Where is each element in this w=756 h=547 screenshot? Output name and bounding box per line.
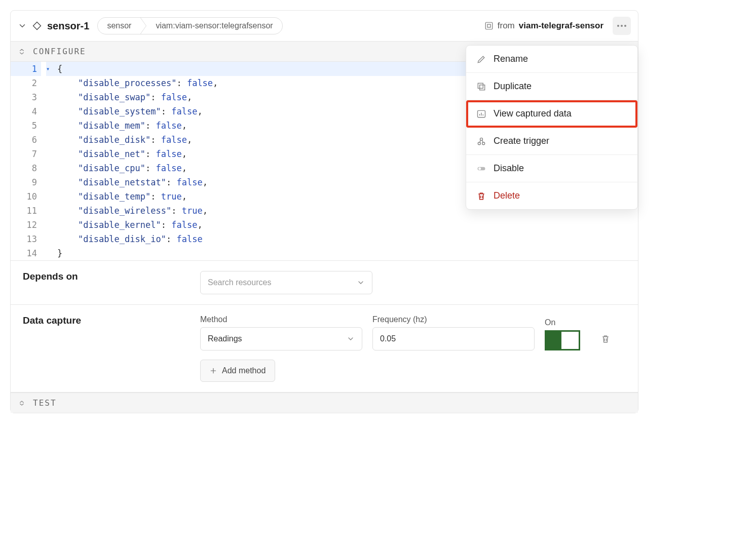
breadcrumb-divider: [140, 17, 146, 34]
svg-rect-1: [487, 24, 490, 27]
method-select[interactable]: Readings: [200, 327, 362, 350]
svg-point-4: [624, 25, 626, 27]
frequency-value: 0.05: [380, 334, 396, 343]
panel-header: sensor-1 sensor viam:viam-sensor:telegra…: [11, 11, 638, 41]
plus-icon: [210, 367, 217, 374]
module-icon: [484, 21, 494, 30]
depends-on-search[interactable]: Search resources: [200, 271, 372, 294]
menu-item-rename[interactable]: Rename: [466, 46, 637, 73]
svg-point-8: [478, 142, 480, 144]
component-icon: [32, 21, 42, 31]
method-value: Readings: [208, 334, 242, 343]
add-method-label: Add method: [222, 366, 266, 375]
expand-icon: [18, 399, 26, 407]
test-label: TEST: [33, 398, 57, 408]
depends-on-label: Depends on: [23, 271, 180, 294]
from-label: from: [498, 21, 515, 31]
svg-rect-5: [478, 83, 483, 88]
method-label: Method: [200, 315, 362, 324]
test-section-header[interactable]: TEST: [11, 393, 638, 413]
menu-item-duplicate[interactable]: Duplicate: [466, 73, 637, 100]
menu-label: Create trigger: [494, 136, 549, 146]
menu-label: Duplicate: [494, 81, 532, 92]
capture-toggle[interactable]: [545, 330, 580, 350]
pencil-icon: [476, 54, 486, 64]
menu-item-view-data[interactable]: View captured data: [466, 100, 637, 128]
svg-rect-0: [485, 22, 493, 29]
more-button[interactable]: [613, 17, 631, 35]
toggle-off-icon: [476, 164, 486, 174]
more-horizontal-icon: [617, 24, 627, 27]
trash-icon: [476, 191, 486, 201]
svg-point-2: [617, 25, 619, 27]
menu-label: Rename: [494, 54, 528, 64]
chevron-down-icon[interactable]: [18, 21, 27, 30]
depends-on-section: Depends on Search resources: [11, 261, 638, 305]
chevron-down-icon: [357, 279, 365, 287]
breadcrumb-model: viam:viam-sensor:telegrafsensor: [146, 18, 282, 34]
menu-label: View captured data: [494, 108, 572, 119]
frequency-input[interactable]: 0.05: [372, 327, 535, 350]
from-module[interactable]: from viam-telegraf-sensor: [484, 21, 603, 31]
configure-label: CONFIGURE: [33, 47, 86, 56]
chart-icon: [476, 109, 486, 119]
duplicate-icon: [476, 82, 486, 92]
menu-item-delete[interactable]: Delete: [466, 182, 637, 209]
menu-label: Delete: [494, 190, 520, 201]
on-label: On: [545, 318, 590, 327]
svg-point-12: [478, 167, 481, 170]
add-method-button[interactable]: Add method: [200, 360, 275, 382]
breadcrumb-type: sensor: [98, 18, 140, 34]
search-placeholder: Search resources: [208, 278, 271, 287]
svg-point-3: [621, 25, 623, 27]
model-breadcrumb[interactable]: sensor viam:viam-sensor:telegrafsensor: [97, 17, 282, 34]
collapse-icon: [18, 48, 26, 56]
delete-method-icon[interactable]: [600, 334, 611, 344]
frequency-label: Frequency (hz): [372, 315, 535, 324]
svg-rect-6: [480, 85, 485, 90]
webhook-icon: [476, 136, 486, 146]
component-panel: sensor-1 sensor viam:viam-sensor:telegra…: [10, 10, 638, 413]
svg-point-10: [480, 138, 483, 140]
chevron-down-icon: [347, 335, 355, 343]
data-capture-section: Data capture Method Readings Frequency (…: [11, 305, 638, 393]
menu-label: Disable: [494, 163, 524, 174]
svg-point-9: [482, 142, 485, 144]
module-name: viam-telegraf-sensor: [519, 21, 603, 31]
component-name: sensor-1: [47, 20, 89, 32]
menu-item-create-trigger[interactable]: Create trigger: [466, 128, 637, 155]
actions-menu: Rename Duplicate View captured data Crea…: [466, 45, 638, 210]
menu-item-disable[interactable]: Disable: [466, 155, 637, 182]
data-capture-label: Data capture: [23, 315, 180, 382]
